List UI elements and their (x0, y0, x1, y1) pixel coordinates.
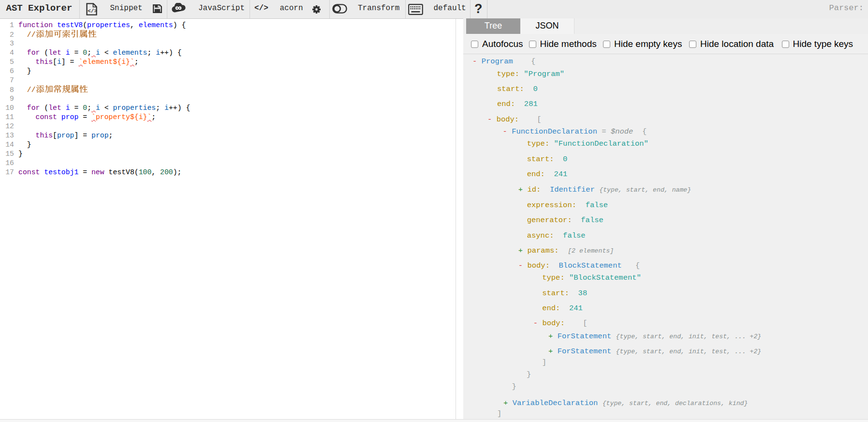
svg-text:</>: </> (88, 8, 97, 14)
